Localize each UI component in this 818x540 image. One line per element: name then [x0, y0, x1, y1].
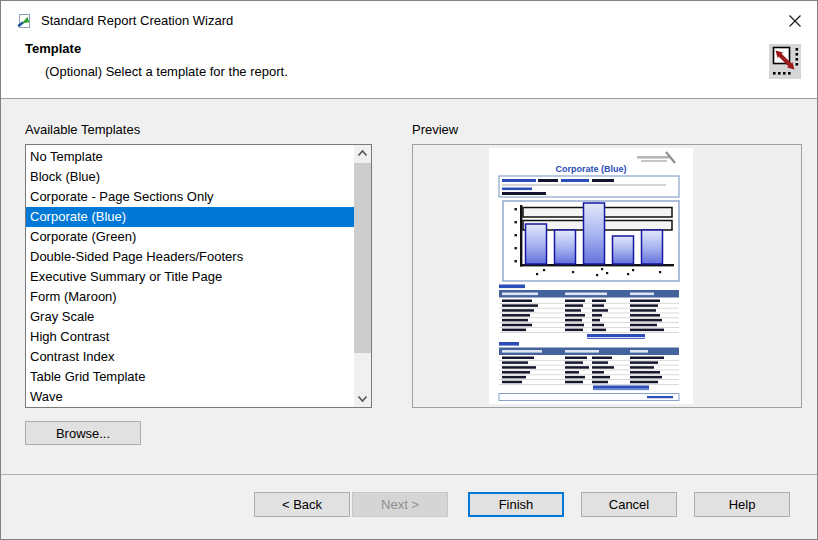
standard-report-creation-wizard-dialog: Standard Report Creation Wizard Template… — [0, 0, 818, 540]
template-preview-thumbnail: Corporate (Blue) — [489, 148, 693, 404]
thumb-page-footer — [499, 394, 679, 401]
scrollbar-thumb[interactable] — [354, 163, 371, 353]
list-item[interactable]: Form (Maroon) — [26, 287, 354, 307]
app-icon — [15, 13, 31, 29]
scroll-up-icon[interactable] — [354, 145, 371, 162]
template-step-icon — [769, 44, 801, 79]
list-item[interactable]: Double-Sided Page Headers/Footers — [26, 247, 354, 267]
template-list: No TemplateBlock (Blue)Corporate - Page … — [26, 147, 354, 407]
cancel-button[interactable]: Cancel — [581, 492, 677, 517]
list-item[interactable]: Wave — [26, 387, 354, 407]
finish-button[interactable]: Finish — [468, 492, 564, 517]
close-icon[interactable] — [783, 9, 807, 33]
list-item[interactable]: Table Grid Template — [26, 367, 354, 387]
thumbnail-title: Corporate (Blue) — [555, 164, 626, 174]
listbox-scrollbar[interactable] — [354, 145, 371, 407]
list-item[interactable]: Corporate - Page Sections Only — [26, 187, 354, 207]
template-listbox[interactable]: No TemplateBlock (Blue)Corporate - Page … — [25, 144, 372, 408]
available-templates-label: Available Templates — [25, 122, 140, 137]
list-item[interactable]: Block (Blue) — [26, 167, 354, 187]
next-button[interactable]: Next > — [352, 492, 448, 517]
footer-divider — [1, 474, 817, 475]
help-button[interactable]: Help — [694, 492, 790, 517]
list-item[interactable]: High Contrast — [26, 327, 354, 347]
scroll-down-icon[interactable] — [354, 390, 371, 407]
logo-smudge — [637, 152, 675, 163]
thumb-table-2 — [499, 342, 679, 390]
preview-label: Preview — [412, 122, 458, 137]
step-subtitle: (Optional) Select a template for the rep… — [45, 64, 288, 79]
preview-pane: Corporate (Blue) — [412, 144, 802, 408]
list-item[interactable]: Corporate (Green) — [26, 227, 354, 247]
thumb-report-header — [499, 176, 679, 197]
window-title: Standard Report Creation Wizard — [41, 1, 233, 41]
list-item[interactable]: Contrast Index — [26, 347, 354, 367]
browse-button[interactable]: Browse... — [25, 421, 141, 445]
list-item[interactable]: Executive Summary or Title Page — [26, 267, 354, 287]
list-item[interactable]: No Template — [26, 147, 354, 167]
step-title: Template — [25, 41, 81, 56]
list-item[interactable]: Corporate (Blue) — [26, 207, 354, 227]
thumb-bar-chart — [503, 201, 679, 281]
back-button[interactable]: < Back — [254, 492, 350, 517]
title-bar: Standard Report Creation Wizard — [1, 1, 817, 41]
list-item[interactable]: Gray Scale — [26, 307, 354, 327]
thumb-table-1 — [499, 285, 679, 339]
